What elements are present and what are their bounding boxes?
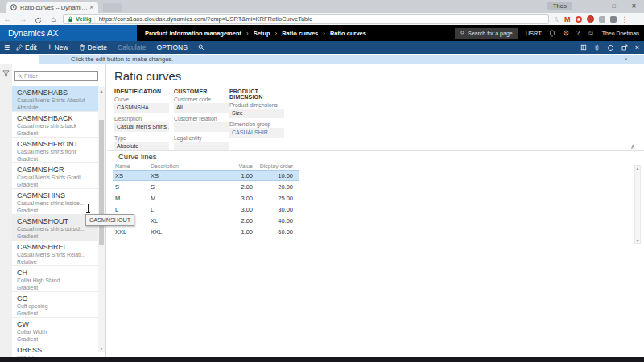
new-button[interactable]: + New: [47, 43, 68, 51]
back-icon[interactable]: ←: [0, 13, 15, 25]
forward-icon[interactable]: →: [15, 13, 31, 25]
delete-button[interactable]: Delete: [79, 43, 108, 51]
table-row[interactable]: XXL XXL 1.00 60.00: [113, 226, 299, 237]
column-header-value[interactable]: Value: [217, 163, 253, 169]
list-item[interactable]: CH Collar High Stand Gradient: [12, 266, 99, 292]
breadcrumb-item[interactable]: Product information management: [145, 30, 254, 37]
filter-funnel-icon[interactable]: [2, 70, 10, 77]
open-in-new-window-icon[interactable]: [621, 44, 628, 51]
breadcrumb-label: Product information management: [145, 30, 242, 37]
new-tab-button[interactable]: [103, 3, 122, 12]
extension-square-icon[interactable]: [599, 16, 605, 23]
dynamics-top-nav: Dynamics AX Product information manageme…: [0, 25, 644, 41]
table-row[interactable]: L L 3.00 30.00: [113, 204, 299, 215]
chevron-up-icon[interactable]: ∧: [630, 143, 635, 150]
bell-icon[interactable]: [549, 30, 555, 37]
list-item-description: Casual mens shirts back: [17, 123, 97, 130]
field-value[interactable]: Size: [229, 109, 284, 118]
edit-label: Edit: [25, 43, 37, 51]
field-label: Type: [114, 135, 172, 141]
window-minimize-button[interactable]: –: [584, 0, 604, 12]
window-maximize-button[interactable]: □: [604, 0, 624, 12]
list-item-name: CASMNSHBACK: [17, 114, 97, 122]
list-item[interactable]: CASMNSHGR Casual Men's Shirts Gradi... G…: [12, 163, 99, 189]
browser-profile-chip[interactable]: Theo: [547, 2, 572, 10]
reload-icon[interactable]: [31, 14, 46, 24]
cell-display-order: 60.00: [253, 228, 293, 236]
search-icon: [18, 74, 23, 79]
list-item[interactable]: CASMNSHBACK Casual mens shirts back Grad…: [12, 112, 99, 138]
column-header-name[interactable]: Name: [113, 163, 148, 169]
company-picker[interactable]: USRT: [526, 30, 542, 37]
breadcrumb-item[interactable]: Ratio curves: [330, 30, 366, 37]
cell-name: S: [113, 183, 148, 191]
browser-tab[interactable]: Ratio curves -- Dynamic... ×: [6, 2, 98, 13]
field-value[interactable]: All: [174, 103, 229, 113]
column-header-display-order[interactable]: Display order: [253, 163, 293, 169]
notification-close-icon[interactable]: ×: [624, 56, 628, 63]
hamburger-icon[interactable]: ≡: [4, 43, 10, 51]
bookmark-star-icon[interactable]: ☆: [553, 15, 559, 23]
grid-scrollbar[interactable]: ▲ ▼: [634, 165, 641, 244]
field-value[interactable]: CASUALSHIR: [229, 128, 284, 138]
dynamics-logo[interactable]: Dynamics AX: [0, 25, 137, 41]
list-item[interactable]: CASMNSHREL Casual Men's Shirts Relati...…: [12, 241, 99, 266]
scroll-up-icon[interactable]: ▲: [98, 88, 105, 94]
left-rail: [0, 64, 12, 357]
list-item[interactable]: CASMNSHABS Casual Men's Shirts Absolut A…: [12, 86, 99, 112]
extension-square2-icon[interactable]: [610, 16, 617, 23]
list-item[interactable]: DRESS DRESS: [12, 343, 99, 357]
extension-dot-icon[interactable]: [587, 15, 594, 23]
list-item-type: Gradient: [17, 336, 97, 343]
help-button[interactable]: ?: [576, 29, 580, 37]
filter-input[interactable]: [24, 72, 95, 80]
scroll-up-icon[interactable]: ▲: [635, 166, 640, 171]
gear-icon[interactable]: ⚙: [563, 29, 569, 37]
identification-section: IDENTIFICATION Curve CASMNSHA... Descrip…: [114, 88, 172, 154]
plus-icon: +: [47, 43, 52, 51]
cell-description: M: [148, 195, 217, 202]
options-menu[interactable]: OPTIONS: [157, 43, 188, 51]
feedback-smiley-icon[interactable]: ☺: [587, 29, 594, 37]
user-name[interactable]: Theo Doetman: [602, 31, 639, 36]
field-value[interactable]: [174, 122, 229, 132]
breadcrumb-item[interactable]: Setup: [254, 30, 283, 37]
home-icon[interactable]: ⌂: [46, 13, 61, 25]
table-row[interactable]: XL XL 2.00 40.00: [113, 215, 299, 226]
table-row[interactable]: XS XS 1.00 10.00: [113, 170, 299, 181]
list-item[interactable]: CASMNSHFRONT Casual mens shirts front Gr…: [12, 138, 99, 163]
list-item[interactable]: CASMNSHINS Casual mens shirts Inside... …: [12, 189, 99, 215]
list-item-type: Gradient: [17, 311, 97, 318]
browser-menu-icon[interactable]: ⋮: [621, 15, 629, 23]
url-text[interactable]: https://cons1aos.cloudax.dynamics.com/?c…: [99, 15, 312, 23]
close-pane-icon[interactable]: ×: [635, 43, 639, 51]
field-value[interactable]: Casual Men's Shirts ...: [114, 122, 169, 132]
edit-button[interactable]: Edit: [16, 43, 37, 51]
gmail-extension-icon[interactable]: M: [564, 15, 571, 23]
table-row[interactable]: M M 3.00 25.00: [113, 192, 299, 204]
breadcrumb-item[interactable]: Ratio curves: [282, 30, 330, 37]
column-header-description[interactable]: Description: [148, 163, 217, 169]
curve-lines-title[interactable]: Curve lines: [118, 152, 157, 161]
page-search-button[interactable]: Search for a page: [455, 28, 518, 39]
edit-pencil-icon: [16, 44, 23, 51]
new-label: New: [55, 43, 68, 51]
table-row[interactable]: S S 2.00 20.00: [113, 181, 299, 192]
field-value[interactable]: CASMNSHA...: [114, 103, 169, 113]
extension-ring-icon[interactable]: [576, 16, 582, 23]
form-field: Curve CASMNSHA...: [114, 97, 172, 113]
list-item[interactable]: CW Collar Width Gradient: [12, 318, 99, 343]
filter-box[interactable]: [14, 71, 98, 81]
list-item[interactable]: CO Cuff opening Gradient: [12, 292, 99, 318]
browser-toolbar: ← → ⌂ Veilig | https://cons1aos.cloudax.…: [0, 13, 644, 25]
scroll-down-icon[interactable]: ▼: [635, 238, 640, 243]
tab-close-icon[interactable]: ×: [89, 4, 93, 10]
office-icon[interactable]: [580, 44, 587, 51]
attachments-paperclip-icon[interactable]: [594, 44, 600, 51]
window-close-button[interactable]: ×: [624, 0, 644, 12]
command-search-button[interactable]: [198, 44, 204, 51]
address-bar[interactable]: Veilig | https://cons1aos.cloudax.dynami…: [63, 14, 549, 24]
refresh-icon[interactable]: [607, 44, 614, 51]
section-divider: [107, 150, 644, 151]
scroll-down-icon[interactable]: ▼: [98, 345, 105, 352]
